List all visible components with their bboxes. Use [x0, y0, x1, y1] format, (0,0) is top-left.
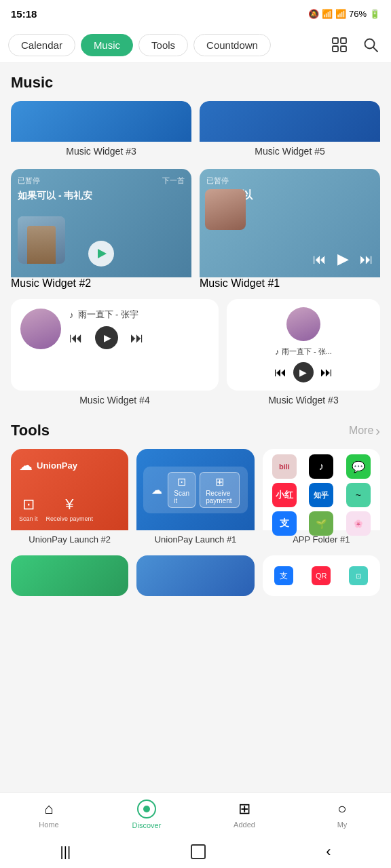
scan-icon-btn: ⊡	[177, 475, 186, 488]
widget3s-next-button[interactable]: ⏭	[320, 366, 333, 380]
svg-rect-1	[341, 38, 346, 43]
album-image-w2	[18, 216, 65, 264]
unionpay2-bg: ☁ UnionPay ⊡ Scan it ¥ Receive payment	[11, 449, 128, 530]
widget3s-avatar	[286, 307, 320, 341]
mute-icon: 🔕	[308, 9, 319, 19]
music-top-widgets: Music Widget #3 Music Widget #5	[11, 101, 380, 159]
nav-my[interactable]: ○ My	[293, 793, 391, 835]
nav-added[interactable]: ⊞ Added	[196, 793, 293, 835]
widget2-next: 下一首	[162, 176, 185, 186]
widget4-play-button[interactable]: ▶	[95, 326, 118, 349]
svg-rect-3	[341, 46, 346, 52]
status-time: 15:18	[11, 8, 37, 20]
music-widget-1[interactable]: 已暂停 如果可以 韦礼安 ⏮ ▶ ⏭	[200, 169, 380, 290]
svg-rect-0	[333, 38, 338, 43]
app-zhihu: 知乎	[309, 483, 333, 507]
widget3-banner	[11, 101, 191, 142]
widget2-status: 已暂停	[18, 176, 40, 186]
play-icon-w4: ▶	[104, 332, 111, 343]
app-alipay: 支	[272, 511, 297, 536]
partial-tool-1[interactable]	[11, 555, 128, 596]
app-unknown3: 🌸	[346, 511, 371, 536]
receive-btn: ⊞ Receive payment	[200, 472, 240, 508]
unionpay1-label: UnionPay Launch #1	[136, 530, 254, 547]
nav-home[interactable]: ⌂ Home	[0, 793, 98, 835]
receive-icon-btn: ⊞	[215, 475, 224, 488]
tools-more-button[interactable]: More ›	[349, 423, 380, 439]
avatar-image-w3	[286, 307, 320, 341]
music-widget-5-top[interactable]: Music Widget #5	[200, 101, 380, 159]
music-widget-2[interactable]: 已暂停 下一首 如果可以 - 韦礼安 Music Widget #2	[11, 169, 191, 290]
avatar-image-w4	[20, 309, 61, 349]
my-label: My	[337, 821, 348, 829]
widget3s-prev-button[interactable]: ⏮	[274, 366, 286, 380]
widget4-controls: ⏮ ▶ ⏭	[69, 326, 209, 349]
svg-line-5	[373, 47, 377, 52]
music-section-header: Music	[11, 74, 380, 92]
widget1-controls: ⏮ ▶ ⏭	[313, 250, 373, 268]
widget1-prev-icon[interactable]: ⏮	[313, 252, 327, 267]
widget3s-play-button[interactable]: ▶	[293, 362, 314, 382]
discover-indicator	[137, 800, 156, 818]
tab-tools[interactable]: Tools	[138, 34, 188, 56]
nav-tabs: Calendar Music Tools Countdown	[0, 27, 391, 63]
widget4-avatar	[20, 309, 61, 349]
unionpay-launch-1[interactable]: ☁ ⊡ Scan it ⊞ Receive payment UnionPay L…	[136, 449, 254, 547]
music-note-icon: ♪	[69, 310, 74, 320]
partial-tool-3[interactable]: 支 QR ⊡	[263, 555, 380, 596]
recent-apps-button[interactable]: |||	[60, 844, 71, 860]
play-icon	[98, 249, 107, 258]
app-xiaohongshu: 小红	[272, 483, 297, 507]
widget2-song: 如果可以 - 韦礼安	[18, 190, 185, 202]
unionpay2-brand: UnionPay	[37, 460, 77, 471]
tab-calendar[interactable]: Calendar	[8, 34, 75, 56]
widget1-play-button[interactable]: ▶	[337, 250, 349, 268]
added-label: Added	[234, 821, 255, 829]
unionpay-launch-2[interactable]: ☁ UnionPay ⊡ Scan it ¥ Receive payment U…	[11, 449, 128, 547]
nav-discover[interactable]: Discover	[98, 793, 196, 835]
back-button[interactable]: ‹	[326, 843, 331, 861]
widget2-label: Music Widget #2	[11, 277, 191, 290]
app-unknown1: ~	[346, 483, 371, 507]
music-widget-3-top[interactable]: Music Widget #3	[11, 101, 191, 159]
tools-title: Tools	[11, 422, 50, 439]
home-button[interactable]	[191, 844, 206, 859]
signal-icon: 📶	[335, 9, 346, 19]
music-title: Music	[11, 74, 53, 92]
play-icon-w3s: ▶	[299, 367, 307, 378]
unionpay1-inner: ☁ ⊡ Scan it ⊞ Receive payment	[143, 467, 247, 513]
app-folder-1[interactable]: bili ♪ 💬 小红 知乎 ~ 支 🌱 🌸 APP Folder #1	[263, 449, 380, 547]
tab-music[interactable]: Music	[81, 34, 133, 56]
partial-tool-2[interactable]	[136, 555, 254, 596]
widget3s-label: Music Widget #3	[227, 395, 380, 406]
unionpay2-label: UnionPay Launch #2	[11, 530, 128, 547]
widget3s-controls: ⏮ ▶ ⏭	[235, 362, 372, 382]
partial-white-bg: 支 QR ⊡	[263, 555, 380, 596]
widget2-play-button[interactable]	[88, 241, 114, 267]
tools-section-header: Tools More ›	[11, 422, 380, 439]
nav-actions	[327, 33, 383, 57]
status-bar: 15:18 🔕 📶 📶 76% 🔋	[0, 0, 391, 27]
widget3s-song: ♪ 雨一直下 - 张...	[235, 347, 372, 357]
unionpay1-logo-icon: ☁	[151, 484, 162, 496]
partial-blue-bg	[136, 555, 254, 596]
music-widget-3-wrap[interactable]: ♪ 雨一直下 - 张... ⏮ ▶ ⏭ Music Widget #3	[227, 299, 380, 406]
search-button[interactable]	[358, 33, 383, 57]
cloud-icon: ☁	[19, 457, 33, 473]
widget4-next-button[interactable]: ⏭	[130, 330, 144, 346]
widget1-next-icon[interactable]: ⏭	[360, 252, 373, 267]
home-icon: ⌂	[44, 800, 53, 818]
tools-grid: ☁ UnionPay ⊡ Scan it ¥ Receive payment U…	[11, 449, 380, 547]
widget4-info: ♪ 雨一直下 - 张宇 ⏮ ▶ ⏭	[69, 309, 209, 349]
widget3-top-label: Music Widget #3	[11, 142, 191, 159]
chevron-right-icon: ›	[375, 423, 380, 439]
music-widget-4-wrap[interactable]: ♪ 雨一直下 - 张宇 ⏮ ▶ ⏭ Music Widget #4	[11, 299, 219, 406]
svg-rect-2	[333, 46, 338, 52]
tab-countdown[interactable]: Countdown	[193, 34, 271, 56]
widget4-prev-button[interactable]: ⏮	[69, 330, 83, 346]
widget4-label: Music Widget #4	[11, 395, 219, 406]
music-note-icon-w3: ♪	[275, 347, 279, 357]
music-bottom-widgets: ♪ 雨一直下 - 张宇 ⏮ ▶ ⏭ Music Widget #4	[11, 299, 380, 406]
partial-app-1: 支	[274, 566, 293, 585]
grid-view-button[interactable]	[327, 33, 352, 57]
